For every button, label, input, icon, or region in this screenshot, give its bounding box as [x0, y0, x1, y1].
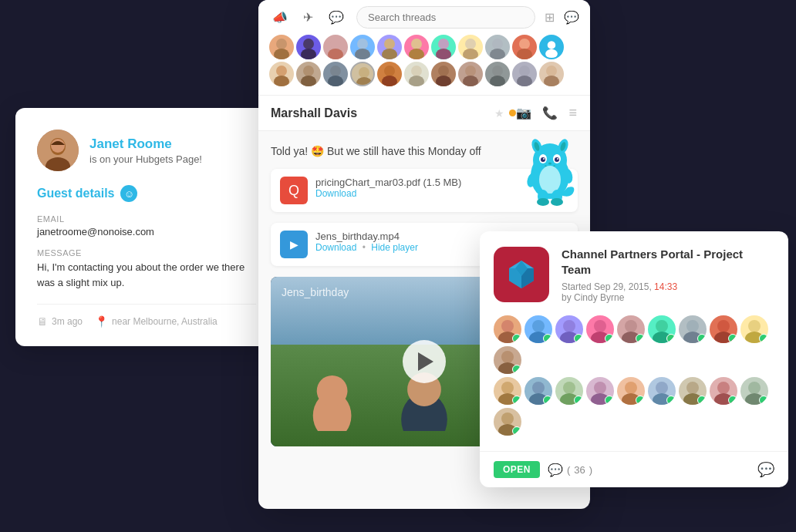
member-2[interactable]: [524, 315, 552, 343]
avatar-4[interactable]: [350, 35, 375, 59]
svg-point-5: [274, 49, 289, 59]
svg-point-39: [438, 66, 449, 76]
member-17[interactable]: [679, 377, 707, 405]
avatar-6[interactable]: [404, 35, 429, 59]
member-row-1: [494, 315, 774, 374]
svg-point-91: [686, 320, 699, 332]
grid-icon[interactable]: ⊞: [545, 10, 555, 25]
footer-chat-icon[interactable]: 💬: [757, 461, 774, 478]
avatar-14[interactable]: [350, 62, 375, 86]
star-icon[interactable]: ★: [494, 107, 504, 120]
avatar-20[interactable]: [512, 62, 537, 86]
open-badge[interactable]: OPEN: [494, 461, 540, 478]
megaphone-icon[interactable]: 📣: [269, 7, 291, 28]
svg-point-87: [625, 320, 637, 332]
member-9[interactable]: [740, 315, 768, 343]
avatar-row-2: [269, 62, 579, 86]
svg-point-83: [563, 320, 575, 332]
svg-point-9: [328, 49, 343, 59]
svg-point-18: [465, 39, 476, 49]
svg-point-35: [384, 66, 395, 76]
chat-top-bar: 📣 ✈ 💬 ⊞ 💬: [258, 0, 590, 96]
svg-point-4: [276, 39, 287, 49]
monitor-icon: 🖥: [37, 315, 48, 328]
svg-point-99: [501, 382, 514, 394]
avatar-15[interactable]: [377, 62, 402, 86]
avatar-16[interactable]: [404, 62, 429, 86]
phone-icon[interactable]: 📞: [542, 106, 558, 120]
member-4[interactable]: [586, 315, 614, 343]
send-icon[interactable]: ✈: [300, 7, 316, 28]
member-1[interactable]: [494, 315, 521, 343]
member-5[interactable]: [617, 315, 645, 343]
svg-point-117: [501, 412, 514, 425]
chat-message: Told ya! 🤩 But we still have this Monday…: [271, 143, 487, 160]
svg-point-21: [490, 49, 505, 59]
avatar-21[interactable]: [539, 62, 564, 86]
member-15[interactable]: [617, 377, 645, 405]
avatar-8[interactable]: [458, 35, 483, 59]
avatar-12[interactable]: [296, 62, 321, 86]
avatar-5[interactable]: [377, 35, 402, 59]
avatar-1[interactable]: [269, 35, 294, 59]
svg-point-19: [463, 49, 478, 59]
avatar-10[interactable]: [512, 35, 537, 59]
video-title: Jens_birthday: [282, 286, 349, 298]
svg-point-115: [748, 382, 761, 394]
svg-point-46: [517, 76, 532, 86]
guest-details-title: Guest details ☺: [37, 185, 256, 202]
online-status: [509, 109, 516, 116]
member-12[interactable]: [524, 377, 552, 405]
member-13[interactable]: [555, 377, 583, 405]
svg-point-47: [546, 66, 557, 76]
avatar-2[interactable]: [296, 35, 321, 59]
member-19[interactable]: [740, 377, 768, 405]
svg-point-10: [357, 39, 368, 49]
avatar-11[interactable]: [269, 62, 294, 86]
search-input[interactable]: [356, 6, 535, 29]
member-16[interactable]: [648, 377, 676, 405]
svg-point-41: [465, 66, 476, 76]
mp4-download[interactable]: Download: [315, 242, 356, 253]
avatar-18[interactable]: [458, 62, 483, 86]
member-18[interactable]: [710, 377, 737, 405]
guest-info: Janet Roome is on your Hubgets Page!: [89, 136, 202, 165]
member-11[interactable]: [494, 377, 521, 405]
member-20[interactable]: [494, 408, 521, 436]
chat-icon[interactable]: 💬: [564, 10, 579, 25]
project-card-body: Channel Partners Portal - Project Team S…: [480, 231, 788, 315]
svg-point-103: [563, 382, 575, 394]
svg-point-36: [382, 76, 397, 86]
menu-icon[interactable]: ≡: [568, 105, 578, 121]
avatar-17[interactable]: [431, 62, 456, 86]
comment-icon: 💬: [548, 463, 563, 477]
svg-point-67: [537, 198, 549, 206]
member-6[interactable]: [648, 315, 676, 343]
project-title: Channel Partners Portal - Project Team: [562, 247, 774, 277]
svg-point-17: [436, 49, 451, 59]
member-10[interactable]: [494, 346, 521, 374]
avatar-active[interactable]: [539, 35, 564, 59]
svg-point-59: [543, 158, 545, 160]
hide-player-btn[interactable]: Hide player: [371, 242, 418, 253]
video-icon[interactable]: 📷: [516, 106, 531, 120]
avatar-7[interactable]: [431, 35, 456, 59]
member-7[interactable]: [679, 315, 707, 343]
avatar-19[interactable]: [485, 62, 510, 86]
location-footer: 📍 near Melbourne, Australia: [95, 315, 218, 328]
svg-point-93: [717, 320, 730, 332]
contact-name: Marshall Davis: [271, 106, 490, 120]
member-14[interactable]: [586, 377, 614, 405]
person-icon: ☺: [120, 185, 137, 202]
play-button[interactable]: [403, 340, 446, 383]
chat-bubble-nav-icon[interactable]: 💬: [325, 7, 347, 28]
member-3[interactable]: [555, 315, 583, 343]
email-label: Email: [37, 214, 256, 224]
avatar-3[interactable]: [323, 35, 348, 59]
member-8[interactable]: [710, 315, 737, 343]
svg-point-95: [748, 320, 761, 332]
avatar-13[interactable]: [323, 62, 348, 86]
time-footer: 🖥 3m ago: [37, 315, 83, 328]
avatar-9[interactable]: [485, 35, 510, 59]
chat-header: Marshall Davis ★ 📷 📞 ≡: [258, 96, 590, 131]
